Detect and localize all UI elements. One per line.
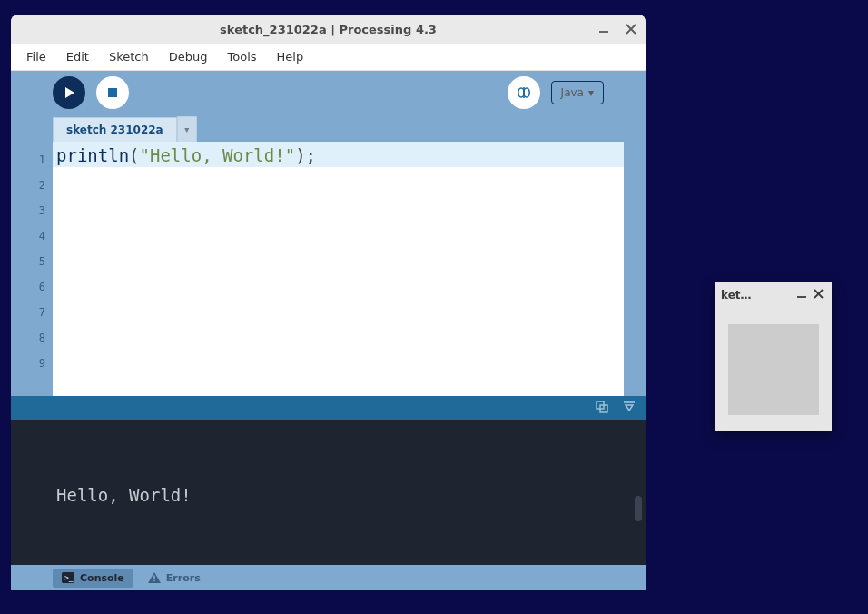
window-title: sketch_231022a | Processing 4.3: [220, 23, 437, 36]
toolbar: Java ▾: [11, 71, 646, 114]
menu-help[interactable]: Help: [267, 45, 314, 68]
play-icon: [62, 85, 76, 100]
svg-rect-16: [153, 580, 155, 582]
sketch-window-title: ket…: [721, 289, 794, 302]
code-editor[interactable]: println("Hello, World!");: [53, 142, 624, 396]
stop-button[interactable]: [96, 76, 129, 109]
close-icon[interactable]: [810, 289, 826, 302]
line-number: 9: [11, 351, 53, 376]
code-line: println("Hello, World!");: [53, 142, 624, 167]
menu-tools[interactable]: Tools: [218, 45, 267, 68]
line-number: 4: [11, 223, 53, 249]
menubar: File Edit Sketch Debug Tools Help: [11, 44, 646, 71]
collapse-icon[interactable]: [622, 400, 636, 417]
line-number: 6: [11, 274, 53, 300]
token-keyword: println: [56, 145, 129, 165]
chevron-down-icon: ▾: [184, 124, 189, 134]
sketch-canvas-wrap: [715, 308, 832, 431]
svg-text:>_: >_: [64, 574, 74, 582]
warning-icon: [148, 572, 161, 583]
menu-edit[interactable]: Edit: [56, 45, 99, 68]
line-number: 8: [11, 325, 53, 351]
token-punct: (: [129, 145, 139, 165]
svg-marker-3: [65, 87, 74, 98]
sketch-canvas: [728, 324, 819, 415]
line-number: 3: [11, 198, 53, 223]
line-number: 7: [11, 300, 53, 325]
console-output[interactable]: Hello, World!: [11, 420, 646, 565]
processing-main-window: sketch_231022a | Processing 4.3 File Edi…: [11, 15, 646, 590]
editor-area: 1 2 3 4 5 6 7 8 9 println("Hello, World!…: [11, 142, 646, 396]
chevron-down-icon: ▾: [588, 86, 594, 99]
tab-dropdown[interactable]: ▾: [177, 116, 197, 142]
expand-icon[interactable]: [595, 400, 609, 417]
line-number: 2: [11, 173, 53, 198]
window-controls: [597, 15, 638, 44]
sketch-output-window: ket…: [715, 282, 832, 431]
menu-file[interactable]: File: [16, 45, 56, 68]
scrollbar-thumb[interactable]: [635, 496, 642, 521]
tab-strip: sketch 231022a ▾: [11, 114, 646, 142]
minimize-icon[interactable]: [597, 22, 611, 36]
terminal-icon: >_: [62, 572, 74, 583]
svg-rect-4: [108, 88, 117, 97]
tab-console[interactable]: >_ Console: [53, 569, 133, 588]
close-icon[interactable]: [624, 22, 638, 36]
titlebar[interactable]: sketch_231022a | Processing 4.3: [11, 15, 646, 44]
svg-rect-15: [153, 576, 155, 579]
line-number: 1: [11, 147, 53, 173]
run-button[interactable]: [53, 76, 85, 109]
menu-debug[interactable]: Debug: [159, 45, 218, 68]
line-number-gutter: 1 2 3 4 5 6 7 8 9: [11, 142, 53, 396]
svg-marker-11: [626, 405, 633, 411]
tab-errors-label: Errors: [166, 572, 201, 584]
debug-icon: [516, 84, 532, 101]
bottom-tab-strip: >_ Console Errors: [11, 565, 646, 590]
sketch-tab[interactable]: sketch 231022a: [53, 117, 177, 142]
console-splitter[interactable]: [11, 396, 646, 420]
tab-errors[interactable]: Errors: [139, 569, 210, 588]
menu-sketch[interactable]: Sketch: [99, 45, 159, 68]
sketch-titlebar[interactable]: ket…: [715, 282, 832, 308]
tab-console-label: Console: [80, 572, 124, 584]
stop-icon: [106, 86, 119, 99]
minimize-icon[interactable]: [794, 289, 810, 302]
debugger-button[interactable]: [508, 76, 540, 109]
mode-label: Java: [561, 86, 584, 99]
token-punct: );: [295, 145, 316, 165]
line-number: 5: [11, 249, 53, 274]
mode-selector[interactable]: Java ▾: [551, 81, 604, 104]
token-string: "Hello, World!": [140, 145, 296, 165]
console-line: Hello, World!: [56, 485, 192, 505]
